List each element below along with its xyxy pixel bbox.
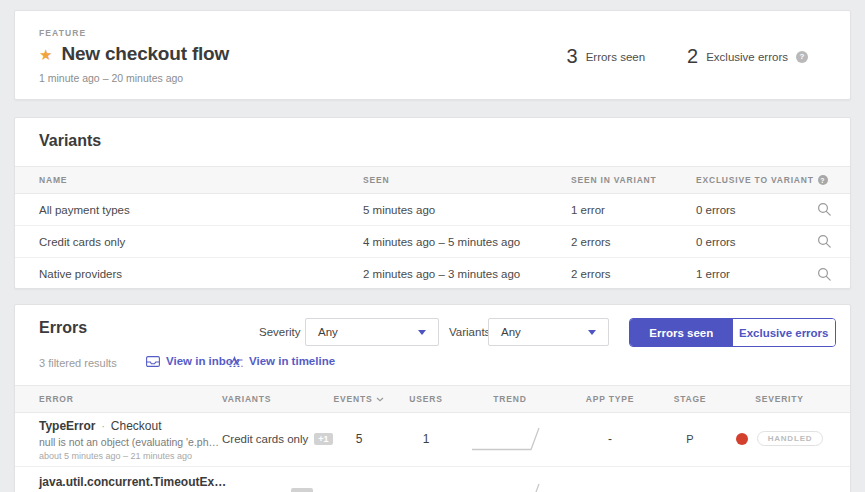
separator-dot: · xyxy=(101,421,104,432)
errors-col-users: USERS xyxy=(396,386,456,412)
help-icon[interactable]: ? xyxy=(818,175,828,185)
variants-col-seen-in-variant: SEEN IN VARIANT xyxy=(571,167,657,193)
error-variants-cell xyxy=(222,467,337,492)
variant-seen: 2 minutes ago – 3 minutes ago xyxy=(363,258,520,290)
variant-row: Credit cards only 4 minutes ago – 5 minu… xyxy=(15,226,850,258)
error-events-count: 5 xyxy=(313,411,405,466)
view-in-inbox-link[interactable]: View in inbox xyxy=(146,355,239,367)
variant-seen-count: 2 errors xyxy=(571,258,611,290)
error-class: java.util.concurrent.TimeoutEx… xyxy=(39,475,226,489)
error-variant-name: Credit cards only xyxy=(222,433,308,445)
search-icon[interactable] xyxy=(814,226,834,257)
variant-exclusive-count: 0 errors xyxy=(696,194,736,225)
trend-sparkline xyxy=(460,467,560,492)
variant-row: All payment types 5 minutes ago 1 error … xyxy=(15,194,850,226)
page-title: New checkout flow xyxy=(61,43,229,65)
inbox-icon xyxy=(146,356,160,367)
errors-card: Errors Severity Any Variants Any Errors … xyxy=(14,304,851,492)
error-context: Checkout xyxy=(111,419,162,433)
filtered-results-count: 3 filtered results xyxy=(39,357,117,369)
view-in-timeline-link[interactable]: View in timeline xyxy=(229,355,335,367)
feature-time-range: 1 minute ago – 20 minutes ago xyxy=(39,72,183,84)
severity-select-value: Any xyxy=(318,326,338,338)
stat-exclusive-errors-value: 2 xyxy=(687,45,698,68)
variants-col-exclusive: EXCLUSIVE TO VARIANT ? xyxy=(696,167,828,193)
error-row[interactable]: java.util.concurrent.TimeoutEx… xyxy=(15,467,850,492)
variants-col-seen: SEEN xyxy=(363,167,389,193)
variants-card: Variants NAME SEEN SEEN IN VARIANT EXCLU… xyxy=(14,117,851,289)
search-icon[interactable] xyxy=(814,258,834,290)
errors-col-events-label: EVENTS xyxy=(334,394,373,404)
timeline-icon xyxy=(229,356,243,367)
variant-seen-count: 2 errors xyxy=(571,226,611,257)
error-app-type: - xyxy=(565,411,655,466)
error-time-range: about 5 minutes ago – 21 minutes ago xyxy=(39,451,224,461)
severity-dot-icon xyxy=(736,433,748,445)
help-icon[interactable]: ? xyxy=(796,51,808,63)
stat-errors-seen: 3 Errors seen xyxy=(567,45,646,68)
errors-col-app-type: APP TYPE xyxy=(565,386,655,412)
stat-errors-seen-value: 3 xyxy=(567,45,578,68)
errors-view-toggle: Errors seen Exclusive errors xyxy=(629,318,836,347)
variant-exclusive-count: 1 error xyxy=(696,258,730,290)
variants-select-value: Any xyxy=(501,326,521,338)
variants-col-exclusive-label: EXCLUSIVE TO VARIANT xyxy=(696,175,814,185)
feature-eyebrow: FEATURE xyxy=(39,28,86,38)
chevron-down-icon xyxy=(588,330,596,335)
search-icon[interactable] xyxy=(814,194,834,225)
variant-name: All payment types xyxy=(39,194,130,225)
variants-col-name: NAME xyxy=(39,167,67,193)
variant-name: Native providers xyxy=(39,258,122,290)
stat-exclusive-errors-label: Exclusive errors xyxy=(706,51,788,63)
feature-errors-page: FEATURE ★ New checkout flow 1 minute ago… xyxy=(0,0,865,492)
errors-col-stage: STAGE xyxy=(650,386,730,412)
feature-stats: 3 Errors seen 2 Exclusive errors ? xyxy=(567,45,809,68)
star-icon: ★ xyxy=(39,47,52,62)
variants-select[interactable]: Any xyxy=(488,318,609,346)
error-row[interactable]: TypeError · Checkout null is not an obje… xyxy=(15,411,850,467)
stat-exclusive-errors: 2 Exclusive errors ? xyxy=(687,45,808,68)
variant-seen: 4 minutes ago – 5 minutes ago xyxy=(363,226,520,257)
toggle-exclusive-errors[interactable]: Exclusive errors xyxy=(733,319,836,346)
variants-title: Variants xyxy=(39,132,101,150)
variant-name: Credit cards only xyxy=(39,226,125,257)
error-stage: P xyxy=(650,411,730,466)
errors-col-severity: SEVERITY xyxy=(727,386,832,412)
variant-seen-count: 1 error xyxy=(571,194,605,225)
sort-chevron-icon xyxy=(376,397,384,402)
chevron-down-icon xyxy=(418,330,426,335)
stat-errors-seen-label: Errors seen xyxy=(586,51,645,63)
variant-exclusive-count: 0 errors xyxy=(696,226,736,257)
errors-col-error: ERROR xyxy=(39,386,219,412)
errors-title: Errors xyxy=(39,319,87,337)
variants-filter-label: Variants xyxy=(449,326,490,338)
severity-select[interactable]: Any xyxy=(305,318,439,346)
variants-table-header: NAME SEEN SEEN IN VARIANT EXCLUSIVE TO V… xyxy=(15,166,850,194)
error-message: null is not an object (evaluating 'e.ph… xyxy=(39,436,224,448)
feature-summary-card: FEATURE ★ New checkout flow 1 minute ago… xyxy=(14,10,851,100)
toggle-errors-seen[interactable]: Errors seen xyxy=(630,319,733,346)
error-summary: TypeError · Checkout null is not an obje… xyxy=(39,419,224,461)
error-users-count: 1 xyxy=(396,411,456,466)
variant-count-badge xyxy=(291,488,313,492)
handled-badge: HANDLED xyxy=(757,431,824,446)
variant-row: Native providers 2 minutes ago – 3 minut… xyxy=(15,258,850,290)
errors-table-header: ERROR VARIANTS EVENTS USERS TREND APP TY… xyxy=(15,385,850,413)
severity-filter-label: Severity xyxy=(259,326,301,338)
error-class: TypeError xyxy=(39,419,95,433)
view-in-timeline-label: View in timeline xyxy=(249,355,335,367)
error-severity-cell: HANDLED xyxy=(727,411,832,466)
errors-col-trend: TREND xyxy=(460,386,560,412)
errors-col-events-sort[interactable]: EVENTS xyxy=(313,386,405,412)
trend-sparkline xyxy=(460,411,560,466)
variant-seen: 5 minutes ago xyxy=(363,194,435,225)
